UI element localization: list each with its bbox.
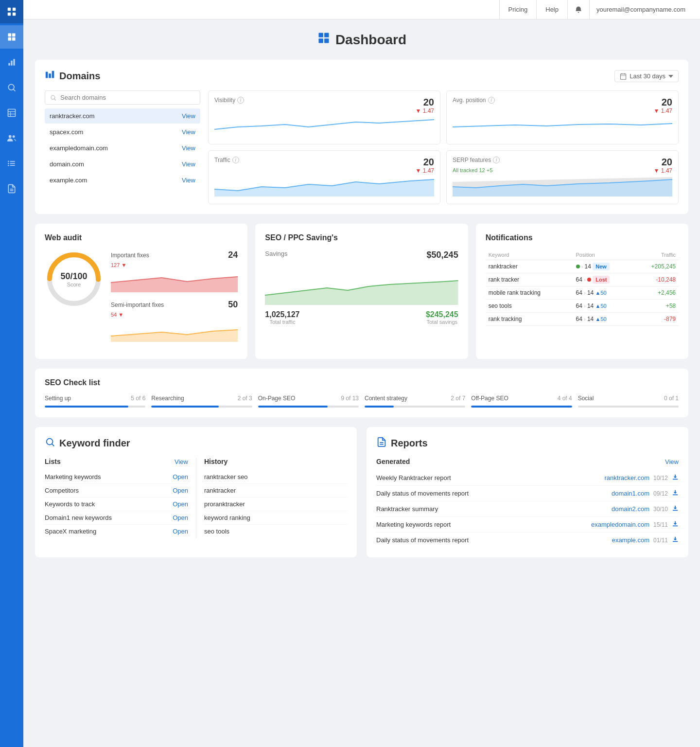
avg-position-info[interactable]: i: [488, 97, 495, 104]
savings-header: Savings $50,245: [265, 250, 458, 260]
domain-search-box[interactable]: [45, 90, 200, 105]
important-fixes-header: Important fixes 24: [111, 250, 238, 260]
reports-icon: [376, 437, 387, 450]
svg-rect-32: [49, 73, 51, 78]
kw-open-link[interactable]: Open: [173, 514, 188, 521]
checklist-item[interactable]: Off-Page SEO 4 of 4: [471, 395, 572, 408]
main-content: Dashboard Domains Last 30 days: [23, 19, 700, 747]
savings-label: Savings: [265, 250, 287, 260]
svg-point-18: [13, 135, 15, 138]
avg-position-label: Avg. position i: [453, 97, 672, 104]
sidebar-item-list[interactable]: [0, 152, 23, 175]
checklist-item[interactable]: Social 0 of 1: [578, 395, 679, 408]
domain-view-link[interactable]: View: [182, 128, 195, 136]
svg-rect-3: [13, 13, 16, 16]
svg-rect-30: [324, 38, 329, 43]
svg-point-17: [9, 135, 12, 138]
kw-list-item[interactable]: Domain1 new keywordsOpen: [45, 511, 188, 525]
checklist-item-name: Content strategy: [365, 395, 407, 402]
important-fixes: Important fixes 24 127 ▼: [111, 250, 238, 294]
domain-view-link[interactable]: View: [182, 112, 195, 120]
domain-row[interactable]: ranktracker.comView: [45, 108, 200, 124]
kw-list-item[interactable]: CompetitorsOpen: [45, 484, 188, 498]
traffic-info[interactable]: i: [232, 157, 239, 163]
notif-traffic: +205,245: [633, 260, 679, 273]
svg-point-22: [8, 161, 9, 162]
checklist-item-name: Social: [578, 395, 594, 402]
kw-list-item[interactable]: SpaceX marketingOpen: [45, 525, 188, 538]
domain-view-link[interactable]: View: [182, 160, 195, 168]
serp-features-info[interactable]: i: [493, 157, 500, 163]
notif-traffic: +58: [633, 300, 679, 313]
kw-list-item[interactable]: Keywords to trackOpen: [45, 498, 188, 511]
domain-search-input[interactable]: [60, 94, 195, 101]
svg-marker-45: [111, 277, 238, 292]
report-domain[interactable]: example.com: [612, 536, 649, 544]
kw-open-link[interactable]: Open: [173, 473, 188, 480]
kw-item-name: Keywords to track: [45, 500, 95, 508]
sidebar-item-dashboard[interactable]: [0, 25, 23, 49]
checklist-item[interactable]: Setting up 5 of 6: [45, 395, 145, 408]
domain-row[interactable]: spacex.comView: [45, 124, 200, 140]
user-menu[interactable]: youremail@companyname.com: [590, 0, 692, 19]
checklist-item[interactable]: Content strategy 2 of 7: [365, 395, 465, 408]
date-filter[interactable]: Last 30 days: [614, 70, 679, 82]
checklist-item[interactable]: On-Page SEO 9 of 13: [258, 395, 359, 408]
audit-fixes: Important fixes 24 127 ▼ Semi-important …: [111, 250, 238, 349]
sidebar-item-users[interactable]: [0, 126, 23, 150]
checklist-item[interactable]: Researching 2 of 3: [151, 395, 252, 408]
kw-open-link[interactable]: Open: [173, 487, 188, 494]
help-link[interactable]: Help: [537, 0, 568, 19]
report-domain[interactable]: ranktracker.com: [604, 474, 649, 481]
kw-open-link[interactable]: Open: [173, 500, 188, 508]
visibility-info[interactable]: i: [237, 97, 244, 104]
notif-keyword: ranktracker: [486, 260, 573, 273]
notif-keyword: rank tracker: [486, 273, 573, 286]
status-dot: [587, 278, 591, 282]
report-download[interactable]: [672, 505, 679, 513]
domain-row[interactable]: exampledomain.comView: [45, 141, 200, 156]
checklist-item-progress: 2 of 7: [451, 395, 465, 403]
report-domain[interactable]: domain1.com: [612, 490, 649, 497]
domain-row[interactable]: example.comView: [45, 173, 200, 188]
kw-open-link[interactable]: Open: [173, 528, 188, 535]
domain-view-link[interactable]: View: [182, 144, 195, 152]
checklist-item-header: Setting up 5 of 6: [45, 395, 145, 403]
kw-history-col: History ranktracker seoranktrackerproran…: [196, 458, 347, 538]
domain-row[interactable]: domain.comView: [45, 157, 200, 172]
sidebar-item-search[interactable]: [0, 76, 23, 99]
reports-title: Reports: [376, 437, 679, 450]
report-download[interactable]: [672, 520, 679, 529]
report-domain[interactable]: domain2.com: [612, 505, 649, 513]
svg-point-11: [8, 84, 14, 90]
sidebar-logo[interactable]: [0, 0, 23, 23]
domain-view-link[interactable]: View: [182, 177, 195, 184]
report-download[interactable]: [672, 474, 679, 482]
svg-rect-28: [324, 33, 329, 37]
report-date: 01/11: [653, 537, 668, 544]
avg-position-chart-svg: [453, 107, 672, 137]
svg-marker-46: [111, 330, 238, 342]
visibility-change: ▼ 1.47: [415, 107, 434, 114]
notification-bell[interactable]: [568, 0, 590, 19]
svg-rect-1: [13, 8, 16, 11]
pricing-link[interactable]: Pricing: [499, 0, 537, 19]
kw-lists-view[interactable]: View: [175, 458, 188, 465]
kw-list-item[interactable]: Marketing keywordsOpen: [45, 470, 188, 484]
report-domain[interactable]: exampledomain.com: [591, 521, 649, 528]
svg-rect-56: [673, 541, 678, 542]
report-download[interactable]: [672, 489, 679, 498]
report-download[interactable]: [672, 536, 679, 544]
svg-rect-0: [8, 8, 11, 11]
domains-icon: [45, 70, 55, 83]
notif-position: › 14 New: [573, 260, 633, 273]
reports-view-link[interactable]: View: [665, 458, 679, 465]
serp-features-value: 20: [662, 157, 672, 168]
kw-history-name: ranktracker seo: [204, 473, 248, 480]
sidebar-item-chart[interactable]: [0, 51, 23, 74]
sidebar-item-doc[interactable]: [0, 177, 23, 200]
report-row: Weekly Ranktracker report ranktracker.co…: [376, 470, 679, 486]
notif-keyword: mobile rank tracking: [486, 286, 573, 300]
sidebar-item-table[interactable]: [0, 101, 23, 124]
domains-charts: Visibility i 20 ▼ 1.47 Avg. position i: [208, 90, 679, 204]
